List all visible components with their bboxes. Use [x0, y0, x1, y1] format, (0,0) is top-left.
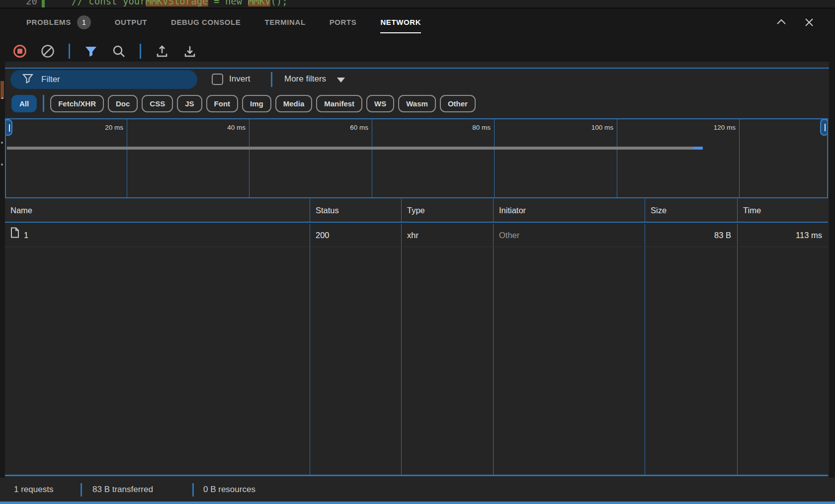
- grid-line-20ms: [127, 119, 127, 197]
- tick-label: 60 ms: [350, 124, 368, 131]
- tick-label: 120 ms: [714, 124, 736, 131]
- toolbar-separator: [140, 44, 141, 59]
- tab-terminal[interactable]: TERMINAL: [264, 9, 305, 36]
- git-modified-gutter: [42, 0, 45, 7]
- more-filters-label: More filters: [284, 74, 326, 84]
- column-header-initiator[interactable]: Initiator: [493, 199, 645, 222]
- filter-input[interactable]: Filter: [10, 70, 197, 89]
- tab-network[interactable]: NETWORK: [380, 9, 421, 36]
- chip-separator: [43, 95, 44, 112]
- column-header-size[interactable]: Size: [645, 199, 737, 222]
- record-icon[interactable]: [13, 44, 27, 58]
- code-comment: = new: [208, 0, 248, 6]
- summary-separator: [192, 483, 194, 497]
- body-column: [493, 247, 645, 475]
- tab-ports[interactable]: PORTS: [330, 9, 357, 36]
- body-column: [645, 247, 737, 475]
- chip-ws[interactable]: WS: [366, 95, 394, 112]
- chip-media[interactable]: Media: [275, 95, 313, 112]
- body-column: [5, 247, 310, 475]
- chip-all[interactable]: All: [11, 95, 37, 112]
- requests-table-header: Name Status Type Initiator Size Time: [5, 199, 828, 223]
- resources-size: 0 B resources: [203, 478, 255, 502]
- request-name-cell[interactable]: 1: [5, 224, 310, 247]
- tab-problems[interactable]: PROBLEMS 1: [26, 9, 91, 36]
- export-har-icon[interactable]: [183, 44, 197, 58]
- webview-top-border: [5, 68, 829, 69]
- more-filters-button[interactable]: More filters: [284, 74, 345, 84]
- chip-wasm[interactable]: Wasm: [398, 95, 436, 112]
- chip-js[interactable]: JS: [177, 95, 202, 112]
- column-header-status[interactable]: Status: [310, 199, 401, 222]
- filter-separator: [271, 72, 272, 87]
- network-overview-timeline[interactable]: 20 ms 40 ms 60 ms 80 ms 100 ms 120 ms 14…: [5, 118, 828, 198]
- overview-request-bar-tip: [693, 147, 703, 150]
- column-header-name[interactable]: Name: [5, 199, 310, 222]
- column-header-type[interactable]: Type: [401, 199, 493, 222]
- search-highlight: MMKVStorage: [146, 0, 208, 6]
- invert-checkbox[interactable]: [212, 74, 223, 85]
- import-har-icon[interactable]: [155, 44, 169, 58]
- document-icon: [10, 224, 19, 247]
- search-icon[interactable]: [112, 44, 126, 58]
- summary-separator: [81, 483, 82, 497]
- tab-label: TERMINAL: [264, 9, 305, 36]
- panel-actions: [775, 9, 815, 36]
- chip-img[interactable]: Img: [242, 95, 271, 112]
- body-column: [310, 247, 401, 475]
- editor-code-strip: 20 // const yourMMKVStorage = new MMKV()…: [0, 0, 835, 7]
- tick-label: 100 ms: [591, 124, 613, 131]
- toolbar-separator: [69, 44, 70, 59]
- code-comment: ();: [270, 0, 287, 6]
- grid-line-120ms: [739, 119, 740, 197]
- table-body-grid: [5, 247, 828, 475]
- table-row[interactable]: 1 200 xhr Other 83 B 113 ms: [5, 224, 828, 247]
- maximize-panel-icon[interactable]: [775, 16, 787, 28]
- body-column: [401, 247, 493, 475]
- chip-css[interactable]: CSS: [142, 95, 173, 112]
- tab-label: PROBLEMS: [26, 9, 71, 36]
- body-column: [737, 247, 828, 475]
- code-line: // const yourMMKVStorage = new MMKV();: [72, 0, 288, 7]
- grid-line-80ms: [494, 119, 495, 197]
- chip-manifest[interactable]: Manifest: [316, 95, 362, 112]
- grid-line-60ms: [372, 119, 372, 197]
- grid-line-40ms: [249, 119, 250, 197]
- invert-label: Invert: [229, 74, 250, 84]
- filter-toggle-icon[interactable]: [84, 44, 98, 58]
- network-summary-bar: 1 requests 83 B transferred 0 B resource…: [0, 478, 835, 502]
- range-handle-right[interactable]: [820, 119, 828, 136]
- overview-request-bar: [7, 147, 693, 150]
- close-panel-icon[interactable]: [803, 16, 815, 28]
- line-number: 20: [26, 0, 37, 7]
- tick-label: 40 ms: [227, 124, 246, 131]
- panel-tabs: PROBLEMS 1 OUTPUT DEBUG CONSOLE TERMINAL…: [26, 9, 421, 36]
- tab-debug-console[interactable]: DEBUG CONSOLE: [171, 9, 241, 36]
- panel-bottom-edge: [0, 502, 835, 504]
- gutter-dot: [1, 164, 3, 166]
- clear-icon[interactable]: [41, 44, 55, 58]
- chip-other[interactable]: Other: [440, 95, 476, 112]
- code-comment: // const your: [72, 0, 146, 6]
- chevron-down-icon: [337, 78, 345, 83]
- chip-doc[interactable]: Doc: [108, 95, 138, 112]
- tab-label: DEBUG CONSOLE: [171, 9, 241, 36]
- overview-ruler-search-marker: [0, 81, 4, 99]
- tab-label: PORTS: [330, 9, 357, 36]
- filter-placeholder: Filter: [41, 75, 60, 84]
- network-toolbar: [13, 42, 197, 61]
- request-status-cell: 200: [310, 224, 401, 247]
- vscode-panel: 20 // const yourMMKVStorage = new MMKV()…: [0, 0, 835, 504]
- column-header-time[interactable]: Time: [737, 199, 828, 222]
- requests-count: 1 requests: [14, 478, 53, 502]
- requests-table-body[interactable]: [5, 247, 828, 476]
- tick-label: 80 ms: [472, 124, 491, 131]
- range-handle-left[interactable]: [5, 119, 12, 136]
- tab-output[interactable]: OUTPUT: [115, 9, 147, 36]
- chip-font[interactable]: Font: [206, 95, 238, 112]
- request-time-cell: 113 ms: [737, 224, 828, 247]
- gutter-dot: [1, 142, 3, 144]
- grid-line-100ms: [617, 119, 617, 197]
- request-initiator-cell: Other: [493, 224, 645, 247]
- chip-fetch-xhr[interactable]: Fetch/XHR: [50, 95, 104, 112]
